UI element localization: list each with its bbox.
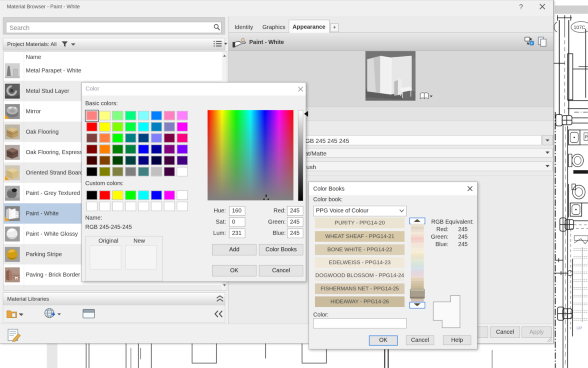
svg-text:UP: UP: [577, 326, 582, 330]
svg-text:107C: 107C: [574, 25, 585, 30]
svg-text:P: P: [585, 134, 588, 139]
